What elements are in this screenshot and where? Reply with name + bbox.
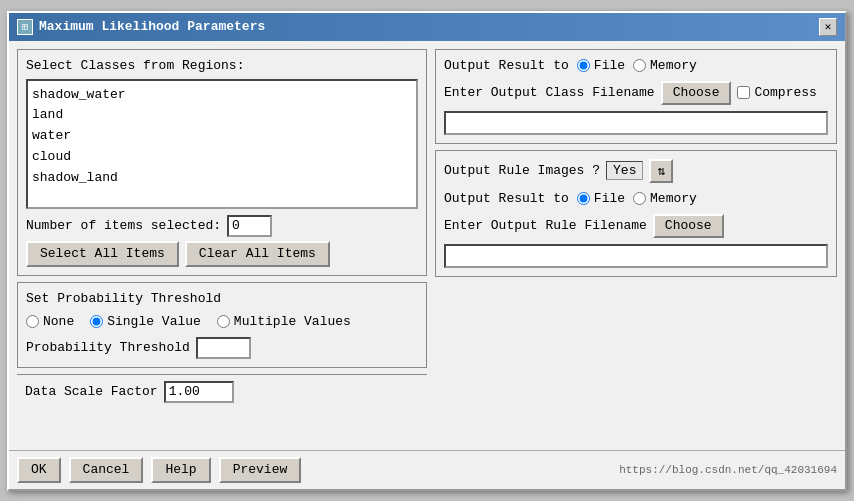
rule-filename-row: Enter Output Rule Filename Choose	[444, 214, 828, 238]
preview-button[interactable]: Preview	[219, 457, 302, 483]
help-button[interactable]: Help	[151, 457, 210, 483]
rule-images-label: Output Rule Images ?	[444, 163, 600, 178]
yes-badge: Yes	[606, 161, 643, 180]
rule-filename-input[interactable]	[444, 244, 828, 268]
threshold-row: Probability Threshold	[26, 337, 418, 359]
window-title: Maximum Likelihood Parameters	[39, 19, 265, 34]
left-panel: Select Classes from Regions: shadow_wate…	[17, 49, 427, 442]
close-button[interactable]: ✕	[819, 18, 837, 36]
class-item-water[interactable]: water	[32, 126, 412, 147]
scale-label: Data Scale Factor	[25, 384, 158, 399]
rule-radio-memory[interactable]: Memory	[633, 191, 697, 206]
rule-output-row: Output Result to File Memory	[444, 191, 828, 206]
window-icon: ⊞	[17, 19, 33, 35]
rule-output-label: Output Result to	[444, 191, 569, 206]
radio-file-input[interactable]	[577, 59, 590, 72]
radio-single[interactable]: Single Value	[90, 314, 201, 329]
main-window: ⊞ Maximum Likelihood Parameters ✕ Select…	[7, 11, 847, 491]
radio-file[interactable]: File	[577, 58, 625, 73]
watermark: https://blog.csdn.net/qq_42031694	[619, 464, 837, 476]
title-bar-left: ⊞ Maximum Likelihood Parameters	[17, 19, 265, 35]
rule-radio-file[interactable]: File	[577, 191, 625, 206]
output-rule-group: Output Rule Images ? Yes ⇅ Output Result…	[435, 150, 837, 277]
radio-memory-input[interactable]	[633, 59, 646, 72]
ok-button[interactable]: OK	[17, 457, 61, 483]
compress-checkbox[interactable]	[737, 86, 750, 99]
filename-row: Enter Output Class Filename Choose Compr…	[444, 81, 828, 105]
enter-filename-label: Enter Output Class Filename	[444, 85, 655, 100]
bottom-bar: OK Cancel Help Preview https://blog.csdn…	[9, 450, 845, 489]
rule-radio-file-input[interactable]	[577, 192, 590, 205]
class-item-cloud[interactable]: cloud	[32, 147, 412, 168]
classes-group: Select Classes from Regions: shadow_wate…	[17, 49, 427, 276]
radio-multiple-input[interactable]	[217, 315, 230, 328]
compress-row: Compress	[737, 85, 816, 100]
class-item-land[interactable]: land	[32, 105, 412, 126]
radio-multiple[interactable]: Multiple Values	[217, 314, 351, 329]
output-class-group: Output Result to File Memory Enter Outpu…	[435, 49, 837, 144]
items-selected-input[interactable]	[227, 215, 272, 237]
cancel-button[interactable]: Cancel	[69, 457, 144, 483]
output-result-label: Output Result to	[444, 58, 569, 73]
enter-rule-label: Enter Output Rule Filename	[444, 218, 647, 233]
threshold-input[interactable]	[196, 337, 251, 359]
rule-choose-button[interactable]: Choose	[653, 214, 724, 238]
output-result-row: Output Result to File Memory	[444, 58, 828, 73]
choose-button[interactable]: Choose	[661, 81, 732, 105]
class-item-shadow-water[interactable]: shadow_water	[32, 85, 412, 106]
compress-label: Compress	[754, 85, 816, 100]
clear-all-button[interactable]: Clear All Items	[185, 241, 330, 267]
rule-radio-memory-input[interactable]	[633, 192, 646, 205]
scale-row: Data Scale Factor	[17, 374, 427, 409]
select-clear-row: Select All Items Clear All Items	[26, 241, 418, 267]
title-bar: ⊞ Maximum Likelihood Parameters ✕	[9, 13, 845, 41]
radio-none[interactable]: None	[26, 314, 74, 329]
class-list[interactable]: shadow_water land water cloud shadow_lan…	[26, 79, 418, 209]
probability-group: Set Probability Threshold None Single Va…	[17, 282, 427, 368]
prob-title: Set Probability Threshold	[26, 291, 418, 306]
right-panel: Output Result to File Memory Enter Outpu…	[435, 49, 837, 442]
items-selected-label: Number of items selected:	[26, 218, 221, 233]
window-body: Select Classes from Regions: shadow_wate…	[9, 41, 845, 450]
sort-button[interactable]: ⇅	[649, 159, 673, 183]
class-item-shadow-land[interactable]: shadow_land	[32, 168, 412, 189]
select-all-button[interactable]: Select All Items	[26, 241, 179, 267]
items-row: Number of items selected:	[26, 215, 418, 237]
classes-label: Select Classes from Regions:	[26, 58, 418, 73]
threshold-label: Probability Threshold	[26, 340, 190, 355]
radio-memory[interactable]: Memory	[633, 58, 697, 73]
radio-none-input[interactable]	[26, 315, 39, 328]
output-filename-input[interactable]	[444, 111, 828, 135]
radio-single-input[interactable]	[90, 315, 103, 328]
scale-input[interactable]	[164, 381, 234, 403]
radio-row: None Single Value Multiple Values	[26, 314, 418, 329]
rule-header: Output Rule Images ? Yes ⇅	[444, 159, 828, 183]
